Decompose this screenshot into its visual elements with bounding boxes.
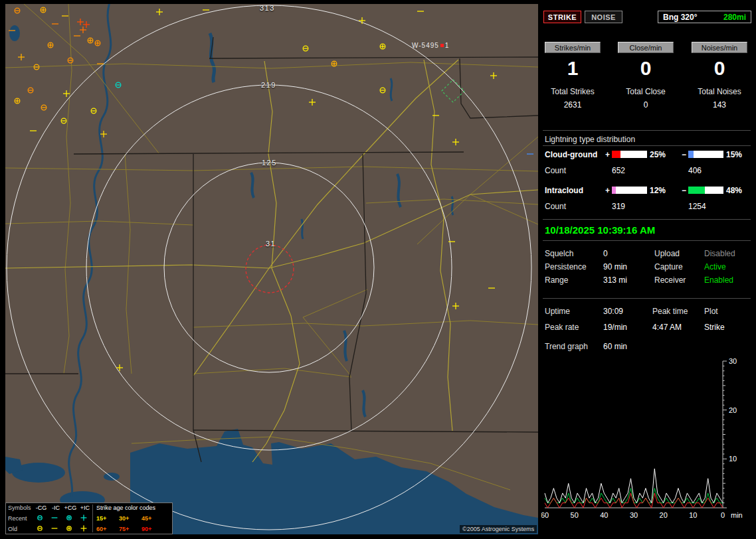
cloud-ground-label: Cloud-ground xyxy=(545,150,597,159)
nexstorm-app: { "map": { "ring_labels": ["313", "219",… xyxy=(0,0,756,539)
legend-col-neg-ic: -IC xyxy=(48,504,63,511)
noises-per-min-value: 0 xyxy=(692,57,747,80)
legend-symbols-svg xyxy=(34,524,92,532)
legend-recent-label: Recent xyxy=(8,515,27,522)
control-panel: STRIKE NOISE Bng 320° 280mi Strikes/min … xyxy=(541,4,752,535)
minus-sign: − xyxy=(682,150,686,159)
strike-symbol-cgp xyxy=(380,44,385,49)
upload-status: Disabled xyxy=(704,249,735,258)
info-row-2: Peak rate 19/min 4:47 AM Strike xyxy=(541,323,752,332)
trend-x-tick: 60 xyxy=(541,511,549,519)
legend-header-row: Symbols -CG -IC +CG +IC Strike age color… xyxy=(6,504,172,514)
uptime-label: Uptime xyxy=(545,307,570,316)
strike-symbol-cgp xyxy=(41,7,46,13)
station-name: W-5495 xyxy=(412,42,439,49)
dist-count-cloud-ground: Count 652 406 xyxy=(541,166,752,175)
peak-rate-label: Peak rate xyxy=(545,323,579,332)
age-code: 75+ xyxy=(119,526,142,532)
divider xyxy=(543,219,751,220)
trend-x-tick: 0 xyxy=(721,511,725,519)
bearing-range-value: 280mi xyxy=(723,13,746,22)
trend-series-cloud-ground xyxy=(545,493,723,508)
strikes-per-min-button[interactable]: Strikes/min xyxy=(545,42,601,53)
cg-plus-pct: 25% xyxy=(650,150,666,159)
strike-symbol-icp xyxy=(81,526,87,532)
trend-graph-label: Trend graph xyxy=(545,342,588,351)
dist-count-intracloud: Count 319 1254 xyxy=(541,202,752,211)
squelch-label: Squelch xyxy=(545,249,573,258)
peak-time-value: 4:47 AM xyxy=(652,323,682,332)
legend-recent-row: Recent 15+30+45+ xyxy=(6,515,172,524)
count-label: Count xyxy=(545,202,566,211)
persistence-value: 90 min xyxy=(603,262,627,271)
trend-x-tick: 10 xyxy=(689,511,697,519)
upload-label: Upload xyxy=(654,249,680,258)
legend-age-codes-row2: 60+75+90+ xyxy=(96,526,164,532)
cg-minus-bar-fill xyxy=(688,151,694,158)
strike-symbol-cgp xyxy=(67,516,71,520)
cg-minus-pct: 15% xyxy=(726,150,742,159)
close-per-min-button[interactable]: Close/min xyxy=(618,42,674,53)
peak-rate-value: 19/min xyxy=(603,323,627,332)
status-row-range: Range 313 mi Receiver Enabled xyxy=(541,275,752,285)
ic-minus-bar xyxy=(688,187,723,194)
distribution-title: Lightning type distribution xyxy=(545,135,635,144)
persistence-label: Persistence xyxy=(545,262,587,271)
ic-plus-pct: 12% xyxy=(650,186,666,195)
age-code: 90+ xyxy=(142,526,164,532)
datetime-readout: 10/18/2025 10:39:16 AM xyxy=(545,224,655,236)
plot-label: Plot xyxy=(704,307,718,316)
divider xyxy=(543,240,751,241)
station-label: W-54951 xyxy=(412,42,449,49)
age-code: 15+ xyxy=(96,515,119,522)
divider xyxy=(543,298,751,299)
ic-minus-pct: 48% xyxy=(726,186,742,195)
noise-mode-button[interactable]: NOISE xyxy=(585,11,622,23)
ic-plus-bar-fill xyxy=(612,187,616,194)
legend-age-codes-row1: 15+30+45+ xyxy=(96,515,164,522)
strike-symbol-cgp xyxy=(88,38,93,43)
minus-sign: − xyxy=(682,186,686,195)
map-legend: Symbols -CG -IC +CG +IC Strike age color… xyxy=(5,502,173,534)
strike-symbol-icp xyxy=(81,515,87,521)
cg-plus-bar xyxy=(612,151,647,158)
count-label: Count xyxy=(545,166,566,175)
bearing-readout: Bng 320° 280mi xyxy=(658,11,751,23)
age-code: 60+ xyxy=(96,526,119,532)
ic-plus-bar xyxy=(612,187,647,194)
range-ring-label-219: 219 xyxy=(261,81,276,89)
trend-y-tick: 20 xyxy=(729,406,737,414)
legend-age-title: Strike age color codes xyxy=(96,504,155,511)
plus-sign: + xyxy=(605,186,610,195)
noises-per-min-button[interactable]: Noises/min xyxy=(692,42,747,53)
total-strikes-label: Total Strikes xyxy=(541,87,604,96)
dist-row-intracloud: Intracloud + 12% − 48% xyxy=(541,186,752,195)
strike-symbol-cgp xyxy=(331,61,337,66)
total-close-label: Total Close xyxy=(614,87,677,96)
strikes-per-min-value: 1 xyxy=(545,57,601,80)
trend-y-tick: 30 xyxy=(729,357,737,365)
trend-series-strikes-total xyxy=(545,469,723,503)
trend-graph-window: 60 min xyxy=(603,342,627,351)
range-ring-label-31: 31 xyxy=(266,240,276,248)
receiver-label: Receiver xyxy=(654,275,686,285)
capture-label: Capture xyxy=(654,262,683,271)
strike-symbol-cgm xyxy=(38,526,42,530)
total-noises-value: 143 xyxy=(688,100,751,110)
plot-value: Strike xyxy=(704,323,725,332)
lightning-map[interactable]: 313 219 125 31 W-54951 Symbols -CG -IC +… xyxy=(5,4,538,534)
close-per-min-value: 0 xyxy=(618,57,674,80)
trend-x-unit: min xyxy=(731,511,743,519)
cg-plus-count: 652 xyxy=(612,166,625,175)
ic-minus-bar-fill xyxy=(688,187,705,194)
intracloud-label: Intracloud xyxy=(545,186,583,195)
legend-symbols-svg xyxy=(34,514,92,522)
info-row-1: Uptime 30:09 Peak time Plot xyxy=(541,307,752,316)
strike-symbol-cgp xyxy=(15,98,20,104)
range-value: 313 mi xyxy=(603,275,627,285)
strike-mode-button[interactable]: STRIKE xyxy=(543,11,581,23)
age-code: 30+ xyxy=(119,515,142,522)
trend-x-tick: 40 xyxy=(600,511,608,519)
cg-minus-bar xyxy=(688,151,723,158)
ic-minus-count: 1254 xyxy=(688,202,706,211)
